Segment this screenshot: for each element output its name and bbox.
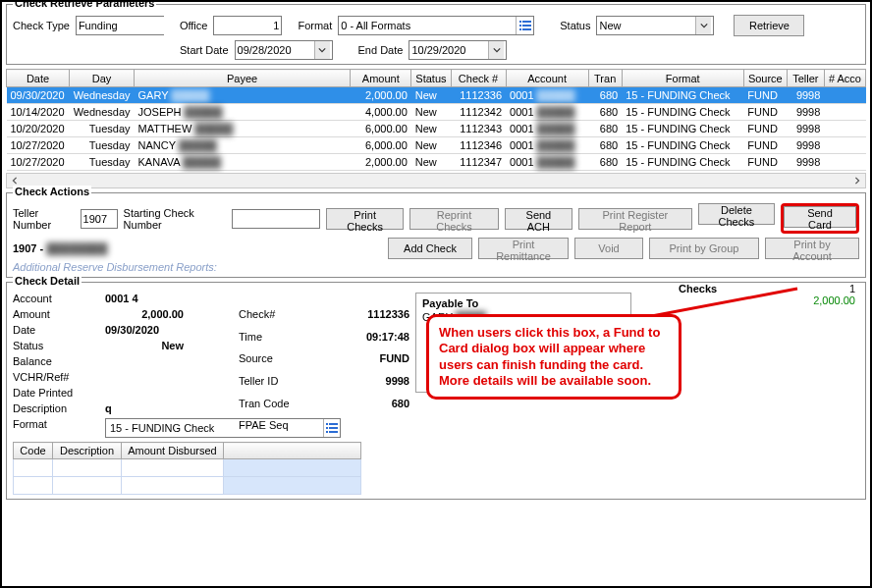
chevron-down-icon[interactable] — [695, 17, 711, 34]
redacted-text: █████ — [171, 89, 209, 101]
trancode-value: 680 — [331, 398, 409, 416]
vchr-label: VCHR/Ref# — [13, 371, 101, 383]
redacted-text: █████ — [194, 123, 233, 134]
col-account[interactable]: Account — [506, 70, 588, 87]
redacted-text: █████ — [183, 156, 221, 168]
table-row[interactable]: 10/27/2020TuesdayKANAVA █████2,000.00New… — [7, 154, 866, 171]
col-day[interactable]: Day — [70, 70, 135, 87]
send-card-button[interactable]: Send Card — [784, 206, 856, 228]
time-label: Time — [239, 331, 327, 349]
format-select[interactable] — [338, 16, 534, 35]
void-button: Void — [574, 238, 643, 259]
mini-col-desc[interactable]: Description — [53, 443, 122, 459]
svg-rect-5 — [522, 28, 531, 30]
redacted-text: █████ — [185, 106, 223, 118]
account-value: 0001 4 — [105, 293, 341, 304]
tellerid-value: 9998 — [331, 375, 409, 394]
detail-title: Check Detail — [13, 275, 82, 287]
payable-to-title: Payable To — [422, 297, 625, 309]
col-date[interactable]: Date — [7, 70, 70, 87]
col-numacc[interactable]: # Acco — [824, 70, 865, 87]
col-check[interactable]: Check # — [451, 70, 506, 87]
status-label2: Status — [13, 340, 101, 351]
svg-rect-4 — [519, 28, 521, 30]
col-tran[interactable]: Tran — [588, 70, 622, 87]
checknum-label: Check# — [239, 308, 327, 327]
amount-value: 2,000.00 — [105, 308, 184, 320]
format-label2: Format — [13, 418, 101, 438]
checks-table[interactable]: Date Day Payee Amount Status Check # Acc… — [6, 69, 866, 171]
table-row[interactable]: 09/30/2020WednesdayGARY █████2,000.00New… — [7, 87, 866, 104]
mini-col-code[interactable]: Code — [14, 443, 53, 459]
scroll-right-icon[interactable] — [849, 174, 865, 187]
status-value: New — [105, 340, 184, 351]
check-type-select[interactable] — [76, 16, 164, 35]
office-label: Office — [180, 20, 208, 31]
source-label: Source — [239, 352, 327, 371]
selected-payee-prefix: 1907 - — [13, 242, 43, 254]
end-date-label: End Date — [358, 44, 404, 56]
params-title: Check Retrieve Parameters — [13, 0, 156, 9]
redacted-text: █████ — [537, 139, 575, 151]
redacted-text: █████ — [537, 106, 575, 118]
start-date-input[interactable] — [235, 40, 333, 60]
send-ach-button[interactable]: Send ACH — [505, 208, 572, 230]
trancode-label: Tran Code — [239, 398, 327, 416]
source-value: FUND — [331, 352, 409, 371]
check-type-label: Check Type — [13, 20, 70, 31]
svg-rect-3 — [522, 25, 531, 27]
redacted-text: █████ — [537, 89, 575, 101]
delete-checks-button[interactable]: Delete Checks — [698, 203, 775, 225]
checknum-value: 1112336 — [331, 308, 409, 327]
checks-summary: Checks1 2,000.00 — [679, 283, 855, 306]
chevron-down-icon[interactable] — [488, 41, 504, 59]
print-remittance-button: Print Remittance — [478, 238, 569, 259]
table-row[interactable] — [14, 459, 361, 477]
col-source[interactable]: Source — [743, 70, 787, 87]
redacted-text: █████ — [179, 139, 217, 151]
horizontal-scrollbar[interactable] — [6, 173, 866, 188]
starting-check-input[interactable] — [232, 209, 320, 229]
reprint-checks-button: Reprint Checks — [409, 208, 499, 230]
redacted-text: █████ — [537, 156, 575, 168]
format-label: Format — [298, 20, 332, 31]
start-date-label: Start Date — [180, 44, 229, 56]
end-date-input[interactable] — [409, 40, 507, 60]
teller-number-label: Teller Number — [13, 207, 75, 231]
status-select[interactable] — [596, 16, 714, 35]
mini-col-blank — [224, 443, 361, 459]
additional-reports-label: Additional Reserve Disbursement Reports: — [13, 261, 859, 273]
chevron-down-icon[interactable] — [314, 41, 330, 59]
actions-title: Check Actions — [13, 186, 91, 197]
disbursed-table[interactable]: Code Description Amount Disbursed — [13, 442, 361, 495]
col-teller[interactable]: Teller — [787, 70, 824, 87]
svg-rect-2 — [519, 25, 521, 27]
table-row[interactable]: 10/14/2020WednesdayJOSEPH █████4,000.00N… — [7, 104, 866, 121]
list-icon[interactable] — [516, 17, 533, 34]
status-label: Status — [560, 20, 590, 31]
table-row[interactable] — [14, 477, 361, 495]
add-check-button[interactable]: Add Check — [388, 238, 472, 259]
amount-label: Amount — [13, 308, 101, 320]
office-input[interactable] — [213, 16, 282, 35]
print-by-account-button: Print by Account — [765, 238, 859, 259]
print-checks-button[interactable]: Print Checks — [326, 208, 404, 230]
date-printed-label: Date Printed — [13, 387, 101, 399]
annotation-callout: When users click this box, a Fund to Car… — [426, 314, 681, 400]
mini-col-amount[interactable]: Amount Disbursed — [122, 443, 224, 459]
svg-rect-1 — [522, 21, 531, 23]
teller-number-input[interactable] — [81, 209, 118, 229]
col-format[interactable]: Format — [622, 70, 743, 87]
table-row[interactable]: 10/20/2020TuesdayMATTHEW █████6,000.00Ne… — [7, 121, 866, 137]
col-amount[interactable]: Amount — [351, 70, 411, 87]
print-by-group-button: Print by Group — [649, 238, 759, 259]
print-register-report-button: Print Register Report — [578, 208, 692, 230]
tellerid-label: Teller ID — [239, 375, 327, 394]
table-row[interactable]: 10/27/2020TuesdayNANCY █████6,000.00New1… — [7, 137, 866, 154]
col-status[interactable]: Status — [411, 70, 451, 87]
redacted-text: █████ — [537, 123, 575, 134]
col-payee[interactable]: Payee — [135, 70, 351, 87]
fpae-value — [331, 419, 409, 438]
retrieve-button[interactable]: Retrieve — [734, 15, 804, 36]
time-value: 09:17:48 — [331, 331, 409, 349]
